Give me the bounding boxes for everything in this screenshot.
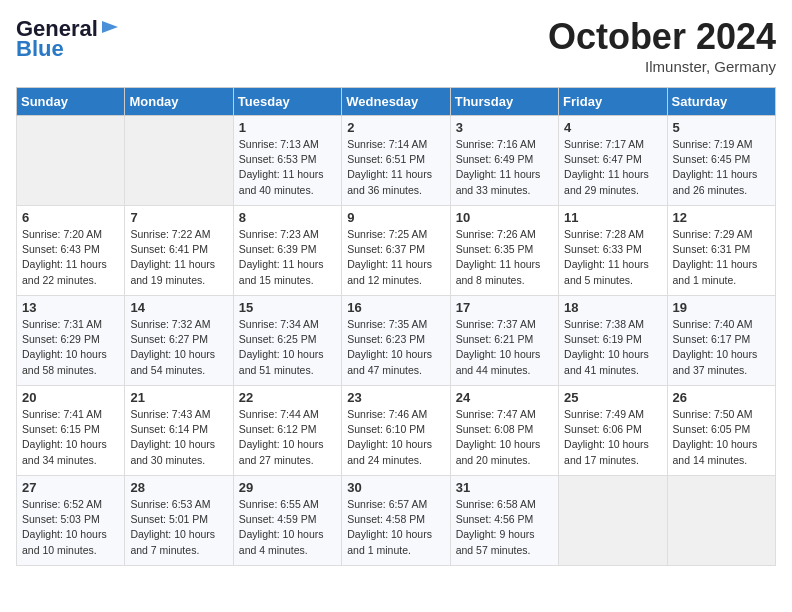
calendar-day-cell: 26Sunrise: 7:50 AM Sunset: 6:05 PM Dayli…: [667, 386, 775, 476]
day-detail: Sunrise: 7:37 AM Sunset: 6:21 PM Dayligh…: [456, 317, 553, 378]
day-number: 26: [673, 390, 770, 405]
day-detail: Sunrise: 6:55 AM Sunset: 4:59 PM Dayligh…: [239, 497, 336, 558]
day-detail: Sunrise: 7:26 AM Sunset: 6:35 PM Dayligh…: [456, 227, 553, 288]
calendar-day-cell: 5Sunrise: 7:19 AM Sunset: 6:45 PM Daylig…: [667, 116, 775, 206]
day-number: 18: [564, 300, 661, 315]
day-number: 13: [22, 300, 119, 315]
day-detail: Sunrise: 6:53 AM Sunset: 5:01 PM Dayligh…: [130, 497, 227, 558]
calendar-day-cell: [17, 116, 125, 206]
calendar-day-cell: [559, 476, 667, 566]
calendar-week-row: 20Sunrise: 7:41 AM Sunset: 6:15 PM Dayli…: [17, 386, 776, 476]
day-number: 23: [347, 390, 444, 405]
day-number: 12: [673, 210, 770, 225]
day-detail: Sunrise: 7:25 AM Sunset: 6:37 PM Dayligh…: [347, 227, 444, 288]
calendar-day-cell: 3Sunrise: 7:16 AM Sunset: 6:49 PM Daylig…: [450, 116, 558, 206]
day-number: 15: [239, 300, 336, 315]
weekday-header-cell: Monday: [125, 88, 233, 116]
day-detail: Sunrise: 7:34 AM Sunset: 6:25 PM Dayligh…: [239, 317, 336, 378]
calendar-day-cell: 16Sunrise: 7:35 AM Sunset: 6:23 PM Dayli…: [342, 296, 450, 386]
calendar-day-cell: 20Sunrise: 7:41 AM Sunset: 6:15 PM Dayli…: [17, 386, 125, 476]
day-number: 21: [130, 390, 227, 405]
calendar-week-row: 1Sunrise: 7:13 AM Sunset: 6:53 PM Daylig…: [17, 116, 776, 206]
calendar-day-cell: 8Sunrise: 7:23 AM Sunset: 6:39 PM Daylig…: [233, 206, 341, 296]
day-detail: Sunrise: 7:32 AM Sunset: 6:27 PM Dayligh…: [130, 317, 227, 378]
calendar-day-cell: 12Sunrise: 7:29 AM Sunset: 6:31 PM Dayli…: [667, 206, 775, 296]
calendar-day-cell: 14Sunrise: 7:32 AM Sunset: 6:27 PM Dayli…: [125, 296, 233, 386]
day-detail: Sunrise: 7:44 AM Sunset: 6:12 PM Dayligh…: [239, 407, 336, 468]
calendar-day-cell: 7Sunrise: 7:22 AM Sunset: 6:41 PM Daylig…: [125, 206, 233, 296]
day-number: 24: [456, 390, 553, 405]
day-number: 20: [22, 390, 119, 405]
day-number: 5: [673, 120, 770, 135]
day-detail: Sunrise: 7:23 AM Sunset: 6:39 PM Dayligh…: [239, 227, 336, 288]
calendar-table: SundayMondayTuesdayWednesdayThursdayFrid…: [16, 87, 776, 566]
day-detail: Sunrise: 7:29 AM Sunset: 6:31 PM Dayligh…: [673, 227, 770, 288]
calendar-day-cell: [125, 116, 233, 206]
day-number: 19: [673, 300, 770, 315]
day-number: 6: [22, 210, 119, 225]
day-number: 2: [347, 120, 444, 135]
location: Ilmunster, Germany: [548, 58, 776, 75]
calendar-day-cell: 19Sunrise: 7:40 AM Sunset: 6:17 PM Dayli…: [667, 296, 775, 386]
day-number: 16: [347, 300, 444, 315]
weekday-header-cell: Sunday: [17, 88, 125, 116]
calendar-day-cell: 17Sunrise: 7:37 AM Sunset: 6:21 PM Dayli…: [450, 296, 558, 386]
calendar-day-cell: 23Sunrise: 7:46 AM Sunset: 6:10 PM Dayli…: [342, 386, 450, 476]
calendar-week-row: 6Sunrise: 7:20 AM Sunset: 6:43 PM Daylig…: [17, 206, 776, 296]
logo: General Blue: [16, 16, 120, 62]
calendar-day-cell: 1Sunrise: 7:13 AM Sunset: 6:53 PM Daylig…: [233, 116, 341, 206]
day-number: 25: [564, 390, 661, 405]
logo-arrow-icon: [100, 17, 120, 37]
day-number: 4: [564, 120, 661, 135]
day-number: 1: [239, 120, 336, 135]
calendar-week-row: 13Sunrise: 7:31 AM Sunset: 6:29 PM Dayli…: [17, 296, 776, 386]
day-detail: Sunrise: 7:43 AM Sunset: 6:14 PM Dayligh…: [130, 407, 227, 468]
calendar-body: 1Sunrise: 7:13 AM Sunset: 6:53 PM Daylig…: [17, 116, 776, 566]
weekday-header-cell: Tuesday: [233, 88, 341, 116]
day-detail: Sunrise: 7:28 AM Sunset: 6:33 PM Dayligh…: [564, 227, 661, 288]
calendar-day-cell: 13Sunrise: 7:31 AM Sunset: 6:29 PM Dayli…: [17, 296, 125, 386]
calendar-day-cell: 29Sunrise: 6:55 AM Sunset: 4:59 PM Dayli…: [233, 476, 341, 566]
weekday-header-cell: Saturday: [667, 88, 775, 116]
calendar-week-row: 27Sunrise: 6:52 AM Sunset: 5:03 PM Dayli…: [17, 476, 776, 566]
day-detail: Sunrise: 7:46 AM Sunset: 6:10 PM Dayligh…: [347, 407, 444, 468]
day-detail: Sunrise: 7:49 AM Sunset: 6:06 PM Dayligh…: [564, 407, 661, 468]
day-detail: Sunrise: 7:40 AM Sunset: 6:17 PM Dayligh…: [673, 317, 770, 378]
day-number: 27: [22, 480, 119, 495]
day-number: 30: [347, 480, 444, 495]
calendar-day-cell: 27Sunrise: 6:52 AM Sunset: 5:03 PM Dayli…: [17, 476, 125, 566]
day-number: 14: [130, 300, 227, 315]
day-number: 17: [456, 300, 553, 315]
svg-marker-0: [102, 21, 118, 33]
day-detail: Sunrise: 7:13 AM Sunset: 6:53 PM Dayligh…: [239, 137, 336, 198]
calendar-day-cell: 11Sunrise: 7:28 AM Sunset: 6:33 PM Dayli…: [559, 206, 667, 296]
day-detail: Sunrise: 7:22 AM Sunset: 6:41 PM Dayligh…: [130, 227, 227, 288]
weekday-header-cell: Friday: [559, 88, 667, 116]
day-detail: Sunrise: 7:31 AM Sunset: 6:29 PM Dayligh…: [22, 317, 119, 378]
day-number: 9: [347, 210, 444, 225]
day-detail: Sunrise: 6:58 AM Sunset: 4:56 PM Dayligh…: [456, 497, 553, 558]
calendar-day-cell: 6Sunrise: 7:20 AM Sunset: 6:43 PM Daylig…: [17, 206, 125, 296]
day-detail: Sunrise: 7:50 AM Sunset: 6:05 PM Dayligh…: [673, 407, 770, 468]
day-detail: Sunrise: 7:47 AM Sunset: 6:08 PM Dayligh…: [456, 407, 553, 468]
day-detail: Sunrise: 7:20 AM Sunset: 6:43 PM Dayligh…: [22, 227, 119, 288]
weekday-header-cell: Wednesday: [342, 88, 450, 116]
day-detail: Sunrise: 6:52 AM Sunset: 5:03 PM Dayligh…: [22, 497, 119, 558]
calendar-day-cell: 21Sunrise: 7:43 AM Sunset: 6:14 PM Dayli…: [125, 386, 233, 476]
calendar-day-cell: 24Sunrise: 7:47 AM Sunset: 6:08 PM Dayli…: [450, 386, 558, 476]
day-detail: Sunrise: 7:41 AM Sunset: 6:15 PM Dayligh…: [22, 407, 119, 468]
calendar-day-cell: 30Sunrise: 6:57 AM Sunset: 4:58 PM Dayli…: [342, 476, 450, 566]
day-detail: Sunrise: 7:17 AM Sunset: 6:47 PM Dayligh…: [564, 137, 661, 198]
page-header: General Blue October 2024 Ilmunster, Ger…: [16, 16, 776, 75]
calendar-day-cell: 22Sunrise: 7:44 AM Sunset: 6:12 PM Dayli…: [233, 386, 341, 476]
weekday-header-cell: Thursday: [450, 88, 558, 116]
day-detail: Sunrise: 7:14 AM Sunset: 6:51 PM Dayligh…: [347, 137, 444, 198]
calendar-day-cell: 4Sunrise: 7:17 AM Sunset: 6:47 PM Daylig…: [559, 116, 667, 206]
calendar-day-cell: 15Sunrise: 7:34 AM Sunset: 6:25 PM Dayli…: [233, 296, 341, 386]
calendar-day-cell: 2Sunrise: 7:14 AM Sunset: 6:51 PM Daylig…: [342, 116, 450, 206]
day-detail: Sunrise: 7:16 AM Sunset: 6:49 PM Dayligh…: [456, 137, 553, 198]
day-number: 10: [456, 210, 553, 225]
day-number: 29: [239, 480, 336, 495]
calendar-day-cell: 9Sunrise: 7:25 AM Sunset: 6:37 PM Daylig…: [342, 206, 450, 296]
calendar-day-cell: 25Sunrise: 7:49 AM Sunset: 6:06 PM Dayli…: [559, 386, 667, 476]
